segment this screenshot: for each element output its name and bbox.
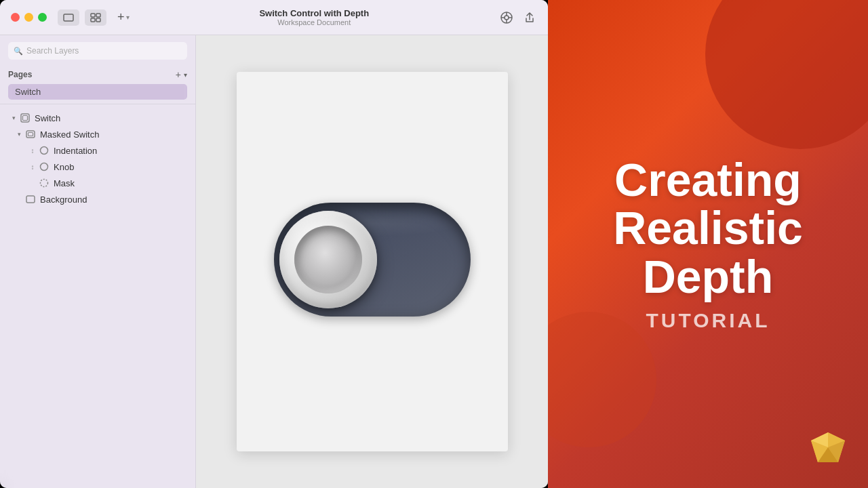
artboard — [237, 72, 508, 451]
layer-indentation-label: Indentation — [54, 146, 97, 156]
document-title-group: Switch Control with Depth Workspace Docu… — [130, 8, 499, 26]
title-line1: Creating — [614, 154, 802, 205]
layer-link-knob: ↕ — [27, 161, 38, 172]
pages-header: Pages + ▾ — [8, 69, 187, 80]
close-button[interactable] — [11, 13, 20, 22]
search-bar[interactable]: 🔍 Search Layers — [8, 42, 187, 60]
page-label: Switch — [15, 87, 41, 97]
oval-icon — [38, 144, 50, 157]
toolbar-icons — [58, 9, 106, 26]
layer-masked-label: Masked Switch — [40, 129, 99, 140]
search-placeholder: Search Layers — [26, 46, 79, 56]
svg-rect-14 — [26, 196, 35, 203]
svg-point-13 — [41, 180, 48, 187]
svg-rect-7 — [21, 114, 29, 122]
layer-background-label: Background — [40, 195, 87, 205]
sketch-logo — [808, 430, 848, 468]
svg-point-11 — [41, 147, 48, 155]
pages-chevron-icon[interactable]: ▾ — [184, 71, 187, 79]
search-icon: 🔍 — [14, 47, 23, 56]
group-icon — [19, 112, 31, 124]
tutorial-panel: Creating Realistic Depth TUTORIAL — [548, 0, 868, 488]
minimize-button[interactable] — [24, 13, 33, 22]
add-button[interactable]: + ▾ — [117, 10, 130, 24]
document-title: Switch Control with Depth — [259, 8, 369, 18]
knob-indentation — [294, 226, 362, 293]
svg-rect-4 — [96, 18, 100, 22]
layer-mask-label: Mask — [54, 178, 75, 188]
title-bar: + ▾ Switch Control with Depth Workspace … — [0, 0, 548, 35]
tutorial-subtitle: TUTORIAL — [613, 309, 803, 332]
document-subtitle: Workspace Document — [277, 18, 351, 26]
sketch-window: + ▾ Switch Control with Depth Workspace … — [0, 0, 548, 488]
title-line2: Realistic — [613, 202, 803, 253]
view-single-icon[interactable] — [58, 9, 79, 26]
pages-label: Pages — [8, 70, 32, 79]
layer-masked-switch[interactable]: ▾ Masked Switch — [3, 126, 193, 142]
share-icon[interactable] — [522, 10, 537, 25]
title-actions — [499, 10, 537, 25]
svg-rect-1 — [91, 14, 95, 17]
layer-knob[interactable]: ↕ Knob — [3, 159, 193, 175]
svg-rect-9 — [26, 131, 35, 138]
traffic-lights — [11, 13, 47, 22]
layer-toggle-masked[interactable]: ▾ — [14, 129, 24, 140]
layer-spacer-bg — [14, 194, 24, 205]
add-icon: + — [117, 10, 125, 24]
pages-actions: + ▾ — [176, 69, 187, 80]
switch-knob — [279, 211, 377, 308]
svg-point-12 — [41, 163, 48, 171]
title-line3: Depth — [643, 251, 774, 302]
page-item-switch[interactable]: Switch — [8, 84, 187, 100]
switch-component — [274, 203, 471, 321]
tutorial-text: Creating Realistic Depth TUTORIAL — [613, 156, 803, 332]
layer-toggle-switch[interactable]: ▾ — [8, 113, 19, 123]
layer-background[interactable]: Background — [3, 191, 193, 207]
main-area: 🔍 Search Layers Pages + ▾ Switch — [0, 35, 548, 488]
layer-spacer-mask — [27, 178, 38, 188]
fullscreen-button[interactable] — [38, 13, 47, 22]
canvas-area[interactable] — [196, 35, 548, 488]
knob-oval-icon — [38, 161, 50, 173]
layer-indentation[interactable]: ↕ Indentation — [3, 142, 193, 159]
switch-track — [274, 203, 471, 317]
layers-section: ▾ Switch ▾ — [0, 104, 195, 488]
sidebar: 🔍 Search Layers Pages + ▾ Switch — [0, 35, 196, 488]
svg-rect-0 — [64, 14, 73, 21]
layer-switch-group[interactable]: ▾ Switch — [3, 110, 193, 126]
view-grid-icon[interactable] — [85, 9, 106, 26]
svg-point-6 — [505, 16, 509, 20]
layer-link-indentation: ↕ — [27, 145, 38, 156]
mask-icon — [38, 177, 50, 189]
svg-rect-10 — [28, 133, 33, 136]
background-group-icon — [24, 193, 37, 205]
sketch-diamond-icon — [808, 430, 848, 465]
layer-knob-label: Knob — [54, 162, 74, 172]
svg-rect-8 — [23, 116, 28, 121]
masked-group-icon — [24, 128, 37, 140]
tutorial-title-line1: Creating Realistic Depth — [613, 156, 803, 301]
svg-rect-3 — [91, 18, 95, 22]
layer-mask[interactable]: Mask — [3, 175, 193, 191]
layer-switch-label: Switch — [35, 113, 60, 123]
source-control-icon[interactable] — [499, 10, 514, 25]
add-page-icon[interactable]: + — [176, 69, 181, 80]
svg-rect-2 — [96, 14, 100, 17]
pages-section: Pages + ▾ Switch — [0, 65, 195, 104]
